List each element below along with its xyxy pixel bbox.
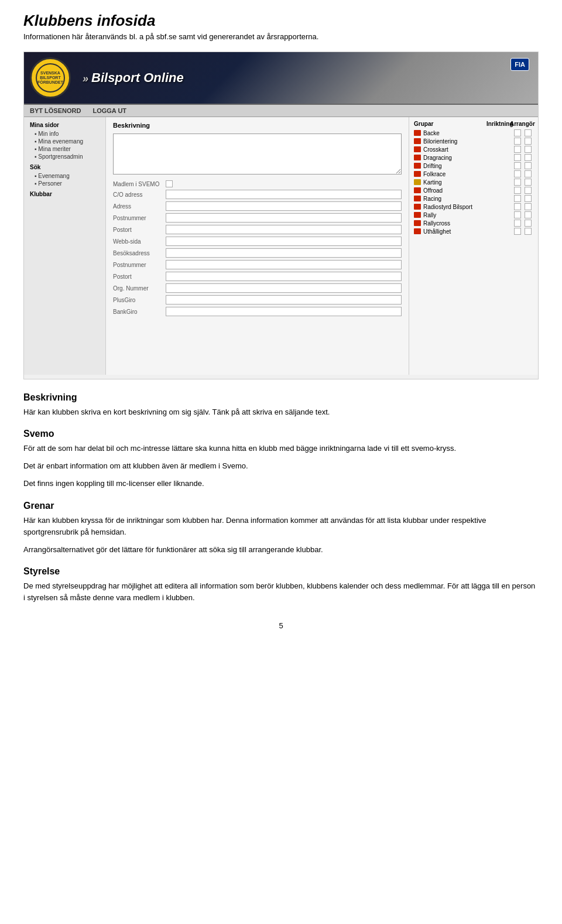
sport-cb-dragracing-inr[interactable] xyxy=(514,154,521,161)
sport-cb-bilorientering-inr[interactable] xyxy=(514,138,521,145)
sport-cb-crosskart-inr[interactable] xyxy=(514,146,521,153)
sport-row-drifting: Drifting xyxy=(414,162,533,169)
sport-cb-uthallighet-arr[interactable] xyxy=(525,228,532,235)
sport-cb-rallycross-inr[interactable] xyxy=(514,220,521,227)
grenar-para-2: Arrangörsalternativet gör det lättare fö… xyxy=(23,544,539,556)
sport-cb-backe-arr[interactable] xyxy=(525,129,532,136)
adress-input[interactable] xyxy=(166,201,402,211)
form-title: Beskrivning xyxy=(113,122,402,129)
co-label: C/O adress xyxy=(113,191,166,198)
bankgiro-input[interactable] xyxy=(166,307,402,316)
topnav-password[interactable]: BYT LÖSENORD xyxy=(30,107,81,114)
postort-input[interactable] xyxy=(166,225,402,234)
sport-row-karting: Karting xyxy=(414,179,533,186)
sport-color-rallycross xyxy=(414,220,421,226)
page-title: Klubbens infosida xyxy=(23,12,539,30)
besoksadress-label: Besöksadress xyxy=(113,250,166,256)
sidebar-item-mina-meriter[interactable]: Mina meriter xyxy=(30,145,100,153)
sport-cb-drifting-inr[interactable] xyxy=(514,162,521,169)
styrelse-para-1: De med styrelseuppdrag har möjlighet att… xyxy=(23,580,539,604)
sport-cb-crosskart-arr[interactable] xyxy=(525,146,532,153)
sport-cb-rallycross-arr[interactable] xyxy=(525,220,532,227)
sport-cb-offroad-inr[interactable] xyxy=(514,187,521,194)
form-row-webb: Webb-sida xyxy=(113,237,402,246)
org-input[interactable] xyxy=(166,283,402,293)
sport-cb-uthallighet-inr[interactable] xyxy=(514,228,521,235)
sport-color-offroad xyxy=(414,187,421,193)
logo-circle: SVENSKABILSPORTFÖRBUNDET xyxy=(30,57,71,98)
sport-cb-dragracing-arr[interactable] xyxy=(525,154,532,161)
form-row-postnummer2: Postnummer xyxy=(113,260,402,269)
beskrivning-textarea[interactable] xyxy=(113,134,402,174)
sport-cb-rally-arr[interactable] xyxy=(525,211,532,218)
sport-cb-racing-inr[interactable] xyxy=(514,195,521,202)
beskrivning-para-1: Här kan klubben skriva en kort beskrivni… xyxy=(23,406,539,418)
sidebar-item-personer[interactable]: Personer xyxy=(30,180,100,187)
postnummer2-input[interactable] xyxy=(166,260,402,269)
postort2-input[interactable] xyxy=(166,272,402,281)
screenshot-main-area: Mina sidor Min info Mina evenemang Mina … xyxy=(24,117,538,375)
sport-color-karting xyxy=(414,179,421,185)
sidebar-item-evenemang[interactable]: Evenemang xyxy=(30,172,100,180)
plusgiro-input[interactable] xyxy=(166,295,402,304)
sport-cb-offroad-arr[interactable] xyxy=(525,187,532,194)
sport-cb-backe-inr[interactable] xyxy=(514,129,521,136)
postort2-label: Postort xyxy=(113,273,166,280)
sidebar-klubbar-title: Klubbar xyxy=(30,191,100,197)
sports-col-arrangor: Arrangör xyxy=(510,121,533,127)
banner: SVENSKABILSPORTFÖRBUNDET » Bilsport Onli… xyxy=(24,52,538,105)
logo-inner: SVENSKABILSPORTFÖRBUNDET xyxy=(36,63,65,93)
sport-cb-rally-inr[interactable] xyxy=(514,211,521,218)
besoksadress-input[interactable] xyxy=(166,248,402,258)
sport-cb-racing-arr[interactable] xyxy=(525,195,532,202)
form-row-adress: Adress xyxy=(113,201,402,211)
sport-cb-karting-arr[interactable] xyxy=(525,179,532,186)
sidebar-mina-sidor: Mina sidor Min info Mina evenemang Mina … xyxy=(30,122,100,160)
sport-name-rally: Rally xyxy=(423,212,512,218)
sports-panel: Grupar Inriktning Arrangör Backe Bilorie… xyxy=(409,117,538,375)
sidebar-item-mina-evenemang[interactable]: Mina evenemang xyxy=(30,138,100,145)
sport-name-radiostyrd: Radiostyrd Bilsport xyxy=(423,204,512,210)
topnav-logout[interactable]: LOGGA UT xyxy=(92,107,126,114)
webb-label: Webb-sida xyxy=(113,238,166,245)
webb-input[interactable] xyxy=(166,237,402,246)
banner-title-prefix: » xyxy=(83,73,91,84)
sport-color-uthallighet xyxy=(414,228,421,234)
sport-name-folkrace: Folkrace xyxy=(423,171,512,177)
form-row-bankgiro: BankGiro xyxy=(113,307,402,316)
sport-name-bilorientering: Bilorientering xyxy=(423,138,512,145)
sport-cb-bilorientering-arr[interactable] xyxy=(525,138,532,145)
sport-color-rally xyxy=(414,212,421,218)
svemo-para-2: Det är enbart information om att klubben… xyxy=(23,460,539,472)
screenshot-sidebar: Mina sidor Min info Mina evenemang Mina … xyxy=(24,117,106,375)
sidebar-item-min-info[interactable]: Min info xyxy=(30,130,100,138)
sport-cb-drifting-arr[interactable] xyxy=(525,162,532,169)
sidebar-section-title: Mina sidor xyxy=(30,122,100,128)
sport-name-offroad: Offroad xyxy=(423,187,512,194)
sport-color-crosskart xyxy=(414,146,421,152)
top-navigation: BYT LÖSENORD LOGGA UT xyxy=(24,105,538,117)
section-title-beskrivning: Beskrivning xyxy=(23,392,539,403)
sidebar-item-sportgrensadmin[interactable]: Sportgrensadmin xyxy=(30,153,100,160)
co-input[interactable] xyxy=(166,190,402,199)
sport-color-folkrace xyxy=(414,171,421,177)
sport-cb-folkrace-inr[interactable] xyxy=(514,170,521,177)
bankgiro-label: BankGiro xyxy=(113,309,166,315)
sport-row-crosskart: Crosskart xyxy=(414,146,533,153)
postnummer-input[interactable] xyxy=(166,213,402,223)
sport-color-bilorientering xyxy=(414,138,421,144)
sport-row-offroad: Offroad xyxy=(414,187,533,194)
sport-cb-karting-inr[interactable] xyxy=(514,179,521,186)
sport-cb-folkrace-arr[interactable] xyxy=(525,170,532,177)
screenshot-form-area: Beskrivning Madlem i SVEMO C/O adress Ad… xyxy=(106,117,409,375)
plusgiro-label: PlusGiro xyxy=(113,297,166,303)
sports-col-grupar: Grupar xyxy=(414,121,486,127)
subtitle: Informationen här återanvänds bl. a på s… xyxy=(23,32,539,41)
svemo-checkbox[interactable] xyxy=(166,180,173,187)
sport-cb-radiostyrd-inr[interactable] xyxy=(514,203,521,210)
postnummer-label: Postnummer xyxy=(113,215,166,221)
sport-cb-radiostyrd-arr[interactable] xyxy=(525,203,532,210)
sport-name-crosskart: Crosskart xyxy=(423,146,512,153)
form-row-plusgiro: PlusGiro xyxy=(113,295,402,304)
sport-row-rally: Rally xyxy=(414,211,533,218)
